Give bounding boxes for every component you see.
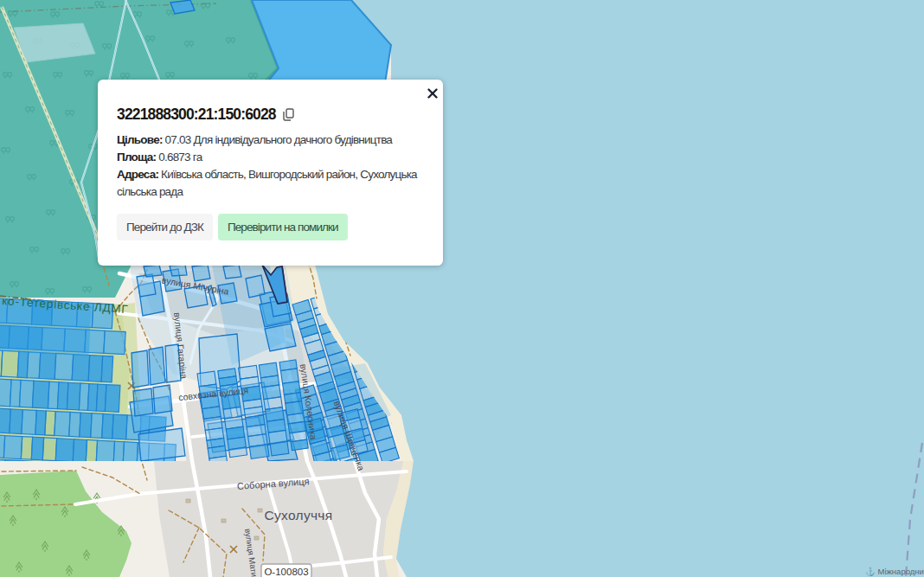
- svg-text:⚓ Міжнародний: ⚓ Міжнародний: [865, 567, 924, 577]
- svg-text:Сухолуччя: Сухолуччя: [265, 508, 333, 523]
- svg-text:О-100803: О-100803: [264, 567, 308, 577]
